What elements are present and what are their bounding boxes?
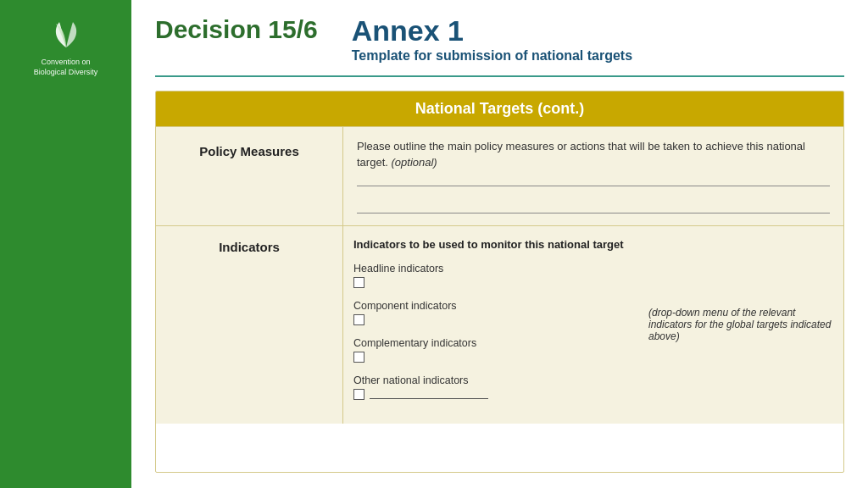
cbd-logo-icon	[47, 15, 85, 53]
other-indicator-underline	[370, 389, 488, 399]
annex-block: Annex 1 Template for submission of natio…	[352, 15, 632, 64]
policy-measures-label: Policy Measures	[199, 144, 299, 158]
complementary-indicators-label: Complementary indicators	[353, 337, 638, 349]
complementary-indicators-item: Complementary indicators	[353, 337, 638, 363]
complementary-checkbox-line	[353, 352, 638, 363]
policy-measures-label-cell: Policy Measures	[156, 127, 342, 225]
logo-block: Convention on Biological Diversity	[34, 15, 98, 77]
other-checkbox-line	[353, 389, 638, 400]
complementary-checkbox[interactable]	[353, 352, 364, 363]
indicators-label: Indicators	[219, 240, 280, 254]
other-checkbox[interactable]	[353, 389, 364, 400]
policy-measures-content: Please outline the main policy measures …	[342, 127, 843, 225]
indicators-dropdown-note: (drop-down menu of the relevant indicato…	[638, 238, 833, 412]
indicators-label-cell: Indicators	[156, 226, 342, 424]
page-header: Decision 15/6 Annex 1 Template for submi…	[155, 15, 844, 77]
org-name: Convention on Biological Diversity	[34, 58, 98, 77]
indicators-section-title: Indicators to be used to monitor this na…	[353, 238, 638, 252]
headline-indicators-item: Headline indicators	[353, 263, 638, 288]
component-checkbox-line	[353, 314, 638, 325]
component-checkbox[interactable]	[353, 314, 364, 325]
headline-checkbox-line	[353, 277, 638, 288]
sidebar: Convention on Biological Diversity	[0, 0, 131, 488]
component-indicators-label: Component indicators	[353, 300, 638, 312]
indicators-row: Indicators Indicators to be used to moni…	[156, 225, 843, 424]
table-header: National Targets (cont.)	[156, 92, 843, 126]
decision-title: Decision 15/6	[155, 15, 318, 44]
table-body: Policy Measures Please outline the main …	[156, 126, 843, 423]
annex-subtitle: Template for submission of national targ…	[352, 48, 632, 64]
policy-line-1	[357, 186, 830, 186]
main-content: Decision 15/6 Annex 1 Template for submi…	[131, 0, 868, 488]
policy-line-2	[357, 197, 830, 214]
headline-indicators-label: Headline indicators	[353, 263, 638, 274]
table-header-text: National Targets (cont.)	[415, 100, 585, 117]
component-indicators-item: Component indicators	[353, 300, 638, 325]
annex-title: Annex 1	[352, 15, 632, 47]
indicators-content: Indicators to be used to monitor this na…	[342, 226, 843, 424]
other-indicators-label: Other national indicators	[353, 374, 638, 386]
national-targets-table: National Targets (cont.) Policy Measures…	[155, 91, 844, 473]
policy-description: Please outline the main policy measures …	[357, 139, 830, 169]
other-indicators-item: Other national indicators	[353, 374, 638, 400]
policy-measures-row: Policy Measures Please outline the main …	[156, 126, 843, 225]
indicators-left: Indicators to be used to monitor this na…	[353, 238, 638, 412]
headline-checkbox[interactable]	[353, 277, 364, 288]
